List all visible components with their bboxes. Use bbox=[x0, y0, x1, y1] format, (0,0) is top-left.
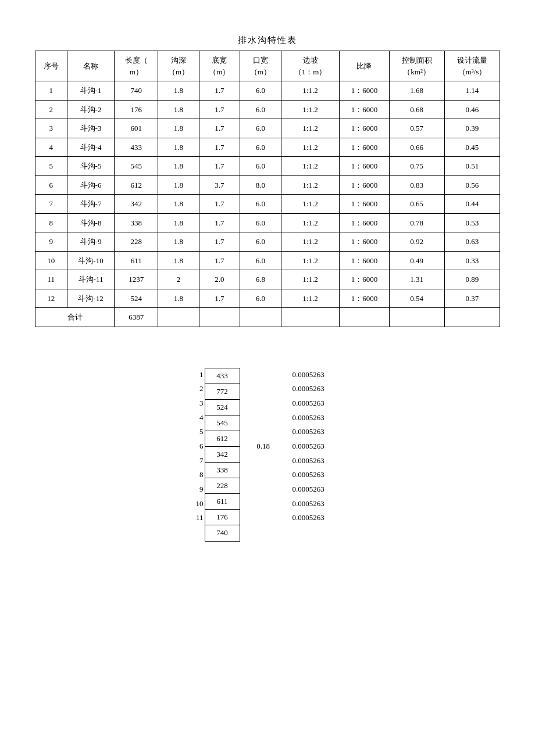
page-title: 排水沟特性表 bbox=[35, 35, 500, 46]
table-cell-4-2: 545 bbox=[115, 157, 158, 176]
table-cell-2-7: 1：6000 bbox=[340, 119, 389, 138]
lower-val-row: 612 bbox=[205, 431, 240, 446]
table-cell-3-8: 0.66 bbox=[389, 138, 444, 157]
table-cell-2-5: 6.0 bbox=[240, 119, 281, 138]
lower-num-8: 9 bbox=[191, 482, 204, 497]
table-cell-4-7: 1：6000 bbox=[340, 157, 389, 176]
table-header-cell-7: 比降 bbox=[340, 51, 389, 81]
lower-val-cell-3: 545 bbox=[205, 415, 240, 431]
lower-val-table: 433772524545612342338228611176740 bbox=[205, 368, 240, 542]
lower-num-1: 2 bbox=[191, 382, 204, 396]
table-cell-8-5: 6.0 bbox=[240, 232, 281, 252]
table-cell-1-3: 1.8 bbox=[158, 100, 199, 119]
total-cell-9 bbox=[444, 308, 500, 327]
table-cell-10-2: 1237 bbox=[115, 270, 158, 289]
table-cell-1-9: 0.46 bbox=[444, 100, 500, 119]
table-cell-9-6: 1:1.2 bbox=[281, 251, 340, 270]
table-cell-9-3: 1.8 bbox=[158, 251, 199, 270]
total-cell-0: 合计 bbox=[35, 308, 115, 327]
table-cell-8-4: 1.7 bbox=[199, 232, 240, 252]
lower-val-cell-8: 611 bbox=[205, 494, 240, 510]
table-cell-6-2: 342 bbox=[115, 195, 158, 214]
table-cell-4-6: 1:1.2 bbox=[281, 157, 340, 176]
table-cell-9-9: 0.33 bbox=[444, 251, 500, 270]
table-row: 9斗沟-92281.81.76.01:1.21：60000.920.63 bbox=[35, 232, 500, 252]
total-cell-6 bbox=[281, 308, 340, 327]
lower-val-row: 176 bbox=[205, 510, 240, 525]
lower-val-row: 338 bbox=[205, 463, 240, 478]
lower-right-2: 0.0005263 bbox=[293, 396, 345, 411]
table-cell-10-6: 1:1.2 bbox=[281, 270, 340, 289]
lower-right-3: 0.0005263 bbox=[293, 411, 345, 425]
table-header-cell-4: 底宽（m） bbox=[199, 51, 240, 81]
table-cell-5-7: 1：6000 bbox=[340, 175, 389, 195]
lower-num-6: 7 bbox=[191, 454, 204, 468]
table-cell-3-7: 1：6000 bbox=[340, 138, 389, 157]
table-header-cell-9: 设计流量（m³/s） bbox=[444, 51, 500, 81]
lower-val-cell-0: 433 bbox=[205, 368, 240, 384]
table-header-cell-5: 口宽（m） bbox=[240, 51, 281, 81]
lower-mid-9 bbox=[252, 497, 275, 511]
table-cell-11-7: 1：6000 bbox=[340, 289, 389, 308]
table-cell-4-8: 0.75 bbox=[389, 157, 444, 176]
lower-mid-3 bbox=[252, 411, 275, 425]
lower-num-7: 8 bbox=[191, 468, 204, 482]
table-cell-5-1: 斗沟-6 bbox=[67, 175, 115, 195]
table-cell-2-4: 1.7 bbox=[199, 119, 240, 138]
table-header-cell-3: 沟深（m） bbox=[158, 51, 199, 81]
table-cell-8-6: 1:1.2 bbox=[281, 232, 340, 252]
table-cell-0-6: 1:1.2 bbox=[281, 81, 340, 101]
table-cell-10-5: 6.8 bbox=[240, 270, 281, 289]
lower-val-row: 524 bbox=[205, 399, 240, 415]
lower-num-10: 11 bbox=[191, 511, 204, 525]
lower-right-1: 0.0005263 bbox=[293, 382, 345, 396]
table-cell-2-9: 0.39 bbox=[444, 119, 500, 138]
lower-val-cell-9: 176 bbox=[205, 510, 240, 525]
table-cell-1-8: 0.68 bbox=[389, 100, 444, 119]
lower-right-5: 0.0005263 bbox=[293, 439, 345, 454]
table-cell-0-4: 1.7 bbox=[199, 81, 240, 101]
table-cell-1-5: 6.0 bbox=[240, 100, 281, 119]
table-cell-7-9: 0.53 bbox=[444, 213, 500, 232]
table-row: 6斗沟-66121.83.78.01:1.21：60000.830.56 bbox=[35, 175, 500, 195]
table-row: 4斗沟-44331.81.76.01:1.21：60000.660.45 bbox=[35, 138, 500, 157]
table-cell-5-6: 1:1.2 bbox=[281, 175, 340, 195]
table-row: 8斗沟-83381.81.76.01:1.21：60000.780.53 bbox=[35, 213, 500, 232]
lower-num-9: 10 bbox=[191, 497, 204, 511]
lower-val-row: 342 bbox=[205, 446, 240, 462]
table-cell-8-7: 1：6000 bbox=[340, 232, 389, 252]
table-cell-8-3: 1.8 bbox=[158, 232, 199, 252]
lower-mid-7 bbox=[252, 468, 275, 482]
table-cell-5-0: 6 bbox=[35, 175, 67, 195]
table-cell-5-5: 8.0 bbox=[240, 175, 281, 195]
total-cell-2: 6387 bbox=[115, 308, 158, 327]
lower-right-0: 0.0005263 bbox=[293, 368, 345, 382]
lower-mid-6 bbox=[252, 454, 275, 468]
table-cell-9-0: 10 bbox=[35, 251, 67, 270]
table-cell-1-7: 1：6000 bbox=[340, 100, 389, 119]
table-header-row: 序号名称长度（m）沟深（m）底宽（m）口宽（m）边坡（1：m）比降控制面积（km… bbox=[35, 51, 500, 81]
table-cell-8-0: 9 bbox=[35, 232, 67, 252]
table-row: 3斗沟-36011.81.76.01:1.21：60000.570.39 bbox=[35, 119, 500, 138]
table-header-cell-1: 名称 bbox=[67, 51, 115, 81]
table-cell-1-6: 1:1.2 bbox=[281, 100, 340, 119]
lower-right-col: 0.00052630.00052630.00052630.00052630.00… bbox=[287, 368, 345, 526]
table-cell-0-9: 1.14 bbox=[444, 81, 500, 101]
table-cell-8-1: 斗沟-9 bbox=[67, 232, 115, 252]
table-cell-3-3: 1.8 bbox=[158, 138, 199, 157]
lower-right-10: 0.0005263 bbox=[293, 511, 345, 525]
table-cell-11-6: 1:1.2 bbox=[281, 289, 340, 308]
table-cell-10-0: 11 bbox=[35, 270, 67, 289]
total-cell-4 bbox=[199, 308, 240, 327]
lower-mid-1 bbox=[252, 382, 275, 396]
table-cell-1-4: 1.7 bbox=[199, 100, 240, 119]
table-row: 2斗沟-21761.81.76.01:1.21：60000.680.46 bbox=[35, 100, 500, 119]
table-cell-3-0: 4 bbox=[35, 138, 67, 157]
table-cell-8-9: 0.63 bbox=[444, 232, 500, 252]
table-header-cell-2: 长度（m） bbox=[115, 51, 158, 81]
table-cell-2-8: 0.57 bbox=[389, 119, 444, 138]
table-cell-6-7: 1：6000 bbox=[340, 195, 389, 214]
lower-right-6: 0.0005263 bbox=[293, 454, 345, 468]
table-cell-11-8: 0.54 bbox=[389, 289, 444, 308]
total-cell-8 bbox=[389, 308, 444, 327]
